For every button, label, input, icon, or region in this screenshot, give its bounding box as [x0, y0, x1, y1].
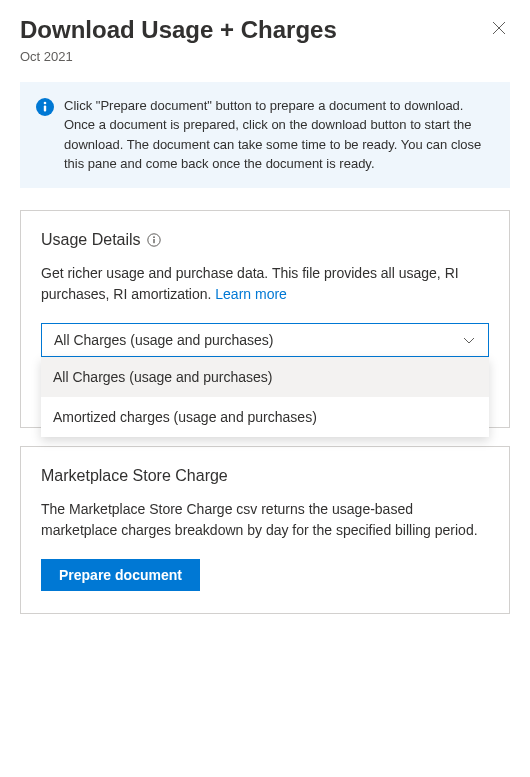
close-button[interactable]	[488, 16, 510, 42]
info-icon	[36, 98, 54, 116]
billing-period-label: Oct 2021	[20, 49, 510, 64]
marketplace-description: The Marketplace Store Charge csv returns…	[41, 499, 489, 541]
learn-more-link[interactable]: Learn more	[215, 286, 287, 302]
svg-rect-2	[44, 105, 46, 111]
charges-dropdown-list: All Charges (usage and purchases) Amorti…	[41, 357, 489, 437]
dropdown-option-all-charges[interactable]: All Charges (usage and purchases)	[41, 357, 489, 397]
chevron-down-icon	[462, 333, 476, 347]
svg-point-4	[153, 236, 155, 238]
usage-details-title: Usage Details	[41, 231, 141, 249]
page-title: Download Usage + Charges	[20, 16, 337, 45]
info-banner-text: Click "Prepare document" button to prepa…	[64, 96, 494, 174]
svg-point-1	[44, 101, 47, 104]
dropdown-option-amortized[interactable]: Amortized charges (usage and purchases)	[41, 397, 489, 437]
prepare-document-button[interactable]: Prepare document	[41, 559, 200, 591]
dropdown-selected-label: All Charges (usage and purchases)	[54, 332, 273, 348]
info-outline-icon[interactable]	[147, 233, 161, 247]
charges-dropdown[interactable]: All Charges (usage and purchases)	[41, 323, 489, 357]
usage-details-card: Usage Details Get richer usage and purch…	[20, 210, 510, 428]
info-banner: Click "Prepare document" button to prepa…	[20, 82, 510, 188]
close-icon	[492, 19, 506, 39]
svg-rect-5	[153, 239, 154, 243]
marketplace-title: Marketplace Store Charge	[41, 467, 228, 485]
marketplace-card: Marketplace Store Charge The Marketplace…	[20, 446, 510, 614]
usage-details-description: Get richer usage and purchase data. This…	[41, 263, 489, 305]
